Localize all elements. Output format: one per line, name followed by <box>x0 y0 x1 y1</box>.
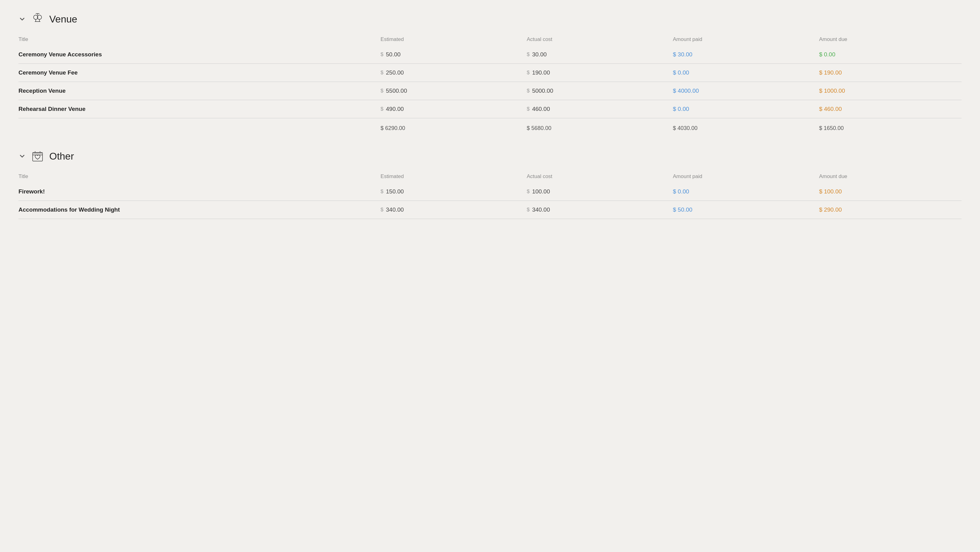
actual-cell: $ 100.00 <box>523 183 669 201</box>
item-name: Rehearsal Dinner Venue <box>19 106 86 112</box>
table-row: Rehearsal Dinner Venue $ 490.00 $ 460.00… <box>19 100 961 118</box>
due-value: $ 100.00 <box>819 188 842 195</box>
venue-icon <box>31 12 45 26</box>
venue-table: Title Estimated Actual cost Amount paid … <box>19 33 961 137</box>
venue-title: Venue <box>49 14 77 25</box>
estimated-value: 150.00 <box>386 188 404 195</box>
other-col-header-estimated: Estimated <box>377 170 523 183</box>
paid-value: $ 4000.00 <box>673 87 699 94</box>
estimated-cell: $ 490.00 <box>377 100 523 118</box>
estimated-value: 340.00 <box>386 207 404 213</box>
svg-rect-7 <box>33 153 43 161</box>
table-row: Ceremony Venue Accessories $ 50.00 $ 30.… <box>19 46 961 64</box>
due-value: $ 460.00 <box>819 106 842 112</box>
actual-cell: $ 30.00 <box>523 46 669 64</box>
actual-cell: $ 460.00 <box>523 100 669 118</box>
paid-cell: $ 0.00 <box>669 183 816 201</box>
due-cell: $ 0.00 <box>815 46 961 64</box>
venue-totals-row: $ 6290.00 $ 5680.00 $ 4030.00 $ 1650.00 <box>19 118 961 137</box>
other-table-header-row: Title Estimated Actual cost Amount paid … <box>19 170 961 183</box>
venue-section-header: Venue <box>19 12 961 26</box>
item-name-cell[interactable]: Firework! <box>19 183 377 201</box>
item-name-cell[interactable]: Ceremony Venue Accessories <box>19 46 377 64</box>
actual-value: 460.00 <box>532 106 550 113</box>
actual-value: 340.00 <box>532 207 550 213</box>
paid-cell: $ 30.00 <box>669 46 816 64</box>
totals-label-cell <box>19 118 377 137</box>
estimated-cell: $ 150.00 <box>377 183 523 201</box>
totals-paid: $ 4030.00 <box>669 118 816 137</box>
item-name: Reception Venue <box>19 87 65 94</box>
total-due-value: $ 1650.00 <box>819 125 843 132</box>
dollar-sign: $ <box>527 106 530 112</box>
estimated-cell: $ 340.00 <box>377 201 523 219</box>
estimated-value: 490.00 <box>386 106 404 113</box>
other-section: Other Title Estimated Actual cost Amount… <box>19 150 961 219</box>
paid-cell: $ 4000.00 <box>669 82 816 100</box>
col-header-paid: Amount paid <box>669 33 816 46</box>
totals-estimated: $ 6290.00 <box>377 118 523 137</box>
item-name-cell[interactable]: Rehearsal Dinner Venue <box>19 100 377 118</box>
other-section-header: Other <box>19 150 961 163</box>
item-name-cell[interactable]: Accommodations for Wedding Night <box>19 201 377 219</box>
actual-cell: $ 340.00 <box>523 201 669 219</box>
paid-cell: $ 0.00 <box>669 100 816 118</box>
dollar-sign: $ <box>527 88 530 94</box>
other-icon <box>31 150 45 163</box>
actual-value: 5000.00 <box>532 87 554 94</box>
other-title: Other <box>49 151 74 162</box>
dollar-sign: $ <box>381 106 383 112</box>
due-value: $ 290.00 <box>819 207 842 213</box>
total-estimated-value: $ 6290.00 <box>381 125 405 132</box>
estimated-cell: $ 250.00 <box>377 64 523 82</box>
item-name-cell[interactable]: Ceremony Venue Fee <box>19 64 377 82</box>
paid-value: $ 0.00 <box>673 69 689 76</box>
table-row: Accommodations for Wedding Night $ 340.0… <box>19 201 961 219</box>
table-row: Ceremony Venue Fee $ 250.00 $ 190.00 $ 0… <box>19 64 961 82</box>
total-actual-value: $ 5680.00 <box>527 125 551 132</box>
item-name-cell[interactable]: Reception Venue <box>19 82 377 100</box>
due-value: $ 0.00 <box>819 51 835 57</box>
dollar-sign: $ <box>381 189 383 195</box>
table-row: Reception Venue $ 5500.00 $ 5000.00 $ 40… <box>19 82 961 100</box>
estimated-cell: $ 5500.00 <box>377 82 523 100</box>
dollar-sign: $ <box>527 51 530 57</box>
col-header-due: Amount due <box>815 33 961 46</box>
actual-cell: $ 5000.00 <box>523 82 669 100</box>
other-table: Title Estimated Actual cost Amount paid … <box>19 170 961 219</box>
other-col-header-actual: Actual cost <box>523 170 669 183</box>
due-cell: $ 460.00 <box>815 100 961 118</box>
estimated-value: 250.00 <box>386 69 404 76</box>
paid-cell: $ 50.00 <box>669 201 816 219</box>
col-header-estimated: Estimated <box>377 33 523 46</box>
actual-value: 190.00 <box>532 69 550 76</box>
estimated-value: 50.00 <box>386 51 401 58</box>
table-row: Firework! $ 150.00 $ 100.00 $ 0.00 $ 100… <box>19 183 961 201</box>
dollar-sign: $ <box>381 88 383 94</box>
venue-table-header-row: Title Estimated Actual cost Amount paid … <box>19 33 961 46</box>
actual-value: 30.00 <box>532 51 547 58</box>
total-paid-value: $ 4030.00 <box>673 125 698 132</box>
item-name: Firework! <box>19 188 45 195</box>
paid-cell: $ 0.00 <box>669 64 816 82</box>
actual-value: 100.00 <box>532 188 550 195</box>
other-col-header-title: Title <box>19 170 377 183</box>
dollar-sign: $ <box>527 207 530 213</box>
due-value: $ 1000.00 <box>819 87 845 94</box>
due-cell: $ 190.00 <box>815 64 961 82</box>
estimated-cell: $ 50.00 <box>377 46 523 64</box>
paid-value: $ 30.00 <box>673 51 692 57</box>
actual-cell: $ 190.00 <box>523 64 669 82</box>
totals-due: $ 1650.00 <box>815 118 961 137</box>
other-col-header-paid: Amount paid <box>669 170 816 183</box>
venue-chevron-icon[interactable] <box>19 15 26 23</box>
other-chevron-icon[interactable] <box>19 153 26 160</box>
dollar-sign: $ <box>527 70 530 76</box>
totals-actual: $ 5680.00 <box>523 118 669 137</box>
venue-section: Venue Title Estimated Actual cost Amount… <box>19 12 961 137</box>
paid-value: $ 0.00 <box>673 106 689 112</box>
col-header-title: Title <box>19 33 377 46</box>
due-cell: $ 1000.00 <box>815 82 961 100</box>
dollar-sign: $ <box>381 70 383 76</box>
estimated-value: 5500.00 <box>386 87 407 94</box>
